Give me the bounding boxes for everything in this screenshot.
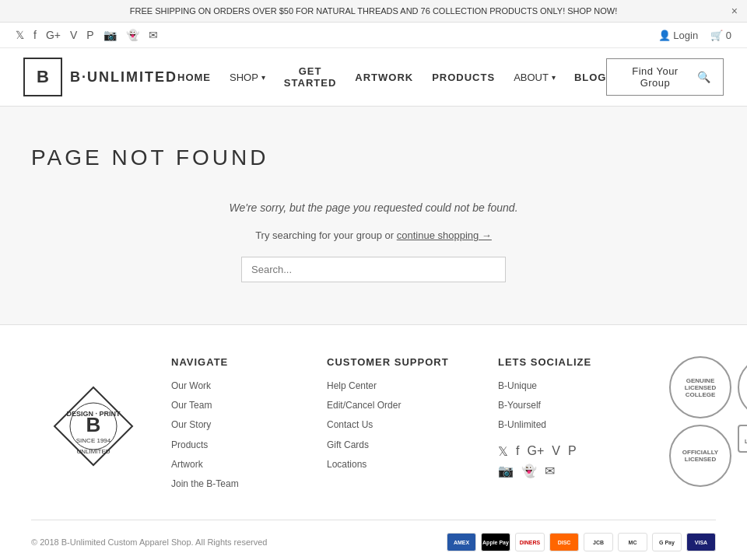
account-icons: 👤 Login 🛒 0 [658, 30, 731, 41]
social-account-bar: 𝕏 f G+ V P 📷 👻 ✉ 👤 Login 🛒 0 [0, 23, 747, 48]
footer-social: LETS SOCIALIZE B-Unique B-Yourself B-Unl… [498, 356, 654, 496]
payment-mastercard: MC [618, 533, 647, 551]
search-prompt: Try searching for your group or continue… [31, 229, 716, 241]
footer-artwork[interactable]: Artwork [171, 457, 311, 472]
nav-home[interactable]: HOME [177, 72, 211, 83]
footer-google-plus-icon[interactable]: G+ [527, 444, 544, 459]
footer-products[interactable]: Products [171, 438, 311, 453]
badge-row-2: OFFICIALLYLICENSED COLLEGIALLYLICENSED P… [669, 425, 747, 487]
payment-visa: VISA [686, 533, 716, 551]
copyright: © 2018 B-Unlimited Custom Apparel Shop. … [31, 537, 267, 547]
brand-bunique[interactable]: B-Unique [498, 379, 654, 394]
footer-badges: GENUINELICENSEDCOLLEGE OFFICIALLICENSEDP… [669, 356, 747, 496]
badge-official: OFFICIALLICENSEDPRODUCT [738, 356, 747, 418]
footer-our-story[interactable]: Our Story [171, 418, 311, 432]
footer-pinterest-icon[interactable]: P [568, 444, 577, 459]
footer-gift-cards[interactable]: Gift Cards [327, 438, 482, 453]
footer: DESIGN · PRINT B SINCE 1994 UNLIMITED NA… [0, 324, 747, 560]
social-follow-icons: 𝕏 f G+ V P [498, 444, 654, 459]
brand-byourself[interactable]: B-Yourself [498, 398, 654, 413]
footer-contact-us[interactable]: Contact Us [327, 418, 482, 432]
announcement-close[interactable]: × [731, 5, 738, 17]
brand-bunlimited[interactable]: B-Unlimited [498, 418, 654, 432]
snapchat-icon[interactable]: 👻 [126, 29, 139, 41]
footer-logo: DESIGN · PRINT B SINCE 1994 UNLIMITED [31, 356, 156, 496]
about-dropdown-arrow: ▾ [552, 73, 556, 82]
announcement-bar: FREE SHIPPING ON ORDERS OVER $50 FOR NAT… [0, 0, 747, 23]
badge-college: GENUINELICENSEDCOLLEGE [669, 356, 731, 418]
main-content: PAGE NOT FOUND We're sorry, but the page… [0, 107, 747, 324]
footer-edit-cancel[interactable]: Edit/Cancel Order [327, 398, 482, 413]
payment-applepay: Apple Pay [481, 533, 510, 551]
payment-diners: DINERS [515, 533, 545, 551]
footer-help-center[interactable]: Help Center [327, 379, 482, 394]
nav-artwork[interactable]: ARTWORK [355, 72, 413, 83]
footer-join-bteam[interactable]: Join the B-Team [171, 477, 311, 492]
brand-name: B·UNLIMITED [70, 69, 177, 86]
search-container [31, 257, 716, 282]
payment-googlepay: G Pay [652, 533, 682, 551]
login-button[interactable]: 👤 Login [658, 30, 698, 41]
nav-get-started[interactable]: GET STARTED [284, 65, 336, 89]
footer-locations[interactable]: Locations [327, 457, 482, 472]
google-plus-icon[interactable]: G+ [46, 29, 61, 41]
footer-navigate: NAVIGATE Our Work Our Team Our Story Pro… [171, 356, 311, 496]
footer-snapchat-icon[interactable]: 👻 [521, 464, 537, 478]
nav-links: HOME SHOP ▾ GET STARTED ARTWORK PRODUCTS… [177, 65, 606, 89]
social-heading: LETS SOCIALIZE [498, 356, 654, 368]
footer-twitter-icon[interactable]: 𝕏 [498, 444, 508, 459]
footer-instagram-icon[interactable]: 📷 [498, 464, 514, 478]
social-icons-bar: 𝕏 f G+ V P 📷 👻 ✉ [16, 29, 158, 41]
search-icon: 🔍 [697, 71, 711, 83]
badge-row-1: GENUINELICENSEDCOLLEGE OFFICIALLICENSEDP… [669, 356, 747, 418]
footer-logo-svg: DESIGN · PRINT B SINCE 1994 UNLIMITED [51, 383, 136, 469]
announcement-text: FREE SHIPPING ON ORDERS OVER $50 FOR NAT… [130, 6, 618, 16]
nav-shop[interactable]: SHOP ▾ [230, 72, 265, 83]
twitter-icon[interactable]: 𝕏 [16, 29, 24, 41]
svg-text:B: B [86, 413, 101, 436]
footer-vimeo-icon[interactable]: V [552, 444, 560, 459]
find-group-button[interactable]: Find Your Group 🔍 [606, 58, 724, 96]
badge-officially-licensed: OFFICIALLYLICENSED [669, 425, 731, 487]
find-group-label: Find Your Group [619, 65, 690, 89]
social-follow-icons-2: 📷 👻 ✉ [498, 464, 654, 478]
nav-about[interactable]: ABOUT ▾ [514, 72, 556, 83]
footer-customer-support: CUSTOMER SUPPORT Help Center Edit/Cancel… [327, 356, 482, 496]
payment-icons: AMEX Apple Pay DINERS DISC JCB MC G Pay … [447, 533, 716, 551]
badge-collegially: COLLEGIALLYLICENSED PRODUCT [738, 425, 747, 453]
nav-blog[interactable]: BLOG [574, 72, 607, 83]
nav-products[interactable]: PRODUCTS [432, 72, 495, 83]
footer-facebook-icon[interactable]: f [516, 444, 519, 459]
svg-text:UNLIMITED: UNLIMITED [76, 448, 110, 455]
navigate-heading: NAVIGATE [171, 356, 311, 368]
svg-text:SINCE 1994: SINCE 1994 [76, 437, 111, 444]
page-title: PAGE NOT FOUND [31, 145, 716, 170]
pinterest-icon[interactable]: P [86, 29, 93, 41]
error-message: We're sorry, but the page you requested … [31, 201, 716, 214]
payment-jcb: JCB [584, 533, 613, 551]
email-icon[interactable]: ✉ [149, 29, 158, 41]
payment-amex: AMEX [447, 533, 476, 551]
brand-links: B-Unique B-Yourself B-Unlimited [498, 379, 654, 433]
facebook-icon[interactable]: f [33, 29, 37, 41]
footer-email-icon[interactable]: ✉ [545, 464, 555, 478]
footer-our-team[interactable]: Our Team [171, 398, 311, 413]
continue-shopping-link[interactable]: continue shopping → [397, 229, 492, 241]
logo-area: B B·UNLIMITED [23, 58, 177, 96]
payment-discover: DISC [549, 533, 579, 551]
shop-dropdown-arrow: ▾ [261, 73, 265, 82]
logo-icon: B [23, 58, 62, 96]
footer-bottom: © 2018 B-Unlimited Custom Apparel Shop. … [31, 520, 716, 551]
customer-support-heading: CUSTOMER SUPPORT [327, 356, 482, 368]
vimeo-icon[interactable]: V [70, 29, 77, 41]
footer-our-work[interactable]: Our Work [171, 379, 311, 394]
footer-grid: DESIGN · PRINT B SINCE 1994 UNLIMITED NA… [31, 356, 716, 496]
search-input[interactable] [241, 257, 506, 282]
cart-button[interactable]: 🛒 0 [710, 30, 731, 41]
instagram-icon[interactable]: 📷 [103, 29, 117, 41]
main-nav: B B·UNLIMITED HOME SHOP ▾ GET STARTED AR… [0, 48, 747, 107]
